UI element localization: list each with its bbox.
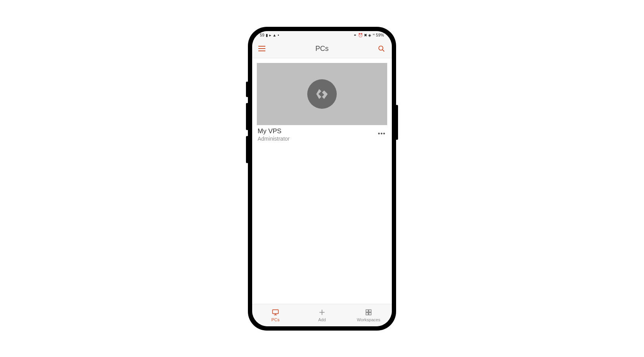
nav-tab-add[interactable]: Add bbox=[299, 308, 345, 322]
nav-label-pcs: PCs bbox=[272, 317, 280, 322]
search-icon[interactable] bbox=[377, 44, 386, 53]
pc-info: My VPS Administrator bbox=[258, 127, 289, 142]
plus-icon bbox=[318, 308, 326, 317]
page-title: PCs bbox=[315, 45, 329, 53]
nav-tab-workspaces[interactable]: Workspaces bbox=[345, 308, 392, 322]
grid-icon bbox=[364, 308, 373, 317]
svg-rect-9 bbox=[366, 313, 368, 315]
status-bar: 59 ▮ ▸ ▲ • ⚭ ⏰ ✖ ◈ ᴴ 59% bbox=[252, 31, 392, 40]
monitor-icon bbox=[271, 308, 280, 317]
more-options-icon[interactable]: ••• bbox=[377, 129, 386, 138]
svg-rect-8 bbox=[369, 310, 371, 312]
pc-thumbnail bbox=[257, 63, 387, 125]
pc-card[interactable]: My VPS Administrator ••• bbox=[257, 63, 387, 142]
power-button bbox=[396, 105, 398, 140]
battery-text: 59% bbox=[376, 33, 384, 37]
nav-tab-pcs[interactable]: PCs bbox=[252, 308, 299, 322]
svg-point-0 bbox=[379, 46, 383, 50]
content-area: My VPS Administrator ••• bbox=[252, 58, 392, 304]
status-right-icons: ⚭ ⏰ ✖ ◈ ᴴ bbox=[353, 33, 375, 37]
pc-meta: My VPS Administrator ••• bbox=[257, 125, 387, 142]
pc-name: My VPS bbox=[258, 127, 289, 135]
side-button bbox=[246, 136, 248, 163]
svg-rect-7 bbox=[366, 310, 368, 312]
volume-up-button bbox=[246, 82, 248, 97]
nav-label-add: Add bbox=[318, 317, 326, 322]
svg-line-1 bbox=[383, 50, 384, 52]
remote-desktop-icon bbox=[307, 79, 337, 109]
phone-frame: 59 ▮ ▸ ▲ • ⚭ ⏰ ✖ ◈ ᴴ 59% PCs bbox=[248, 27, 396, 330]
bottom-nav: PCs Add bbox=[252, 304, 392, 326]
hamburger-menu-icon[interactable] bbox=[258, 44, 267, 53]
svg-rect-10 bbox=[369, 313, 371, 315]
phone-screen: 59 ▮ ▸ ▲ • ⚭ ⏰ ✖ ◈ ᴴ 59% PCs bbox=[252, 31, 392, 326]
nav-label-workspaces: Workspaces bbox=[357, 317, 380, 322]
status-left-icons: ▮ ▸ ▲ • bbox=[266, 33, 279, 37]
svg-rect-2 bbox=[273, 310, 279, 313]
app-header: PCs bbox=[252, 40, 392, 58]
status-right: ⚭ ⏰ ✖ ◈ ᴴ 59% bbox=[353, 33, 384, 37]
status-left: 59 ▮ ▸ ▲ • bbox=[260, 33, 279, 37]
volume-down-button bbox=[246, 103, 248, 130]
pc-user: Administrator bbox=[258, 136, 289, 142]
status-time: 59 bbox=[260, 33, 265, 37]
